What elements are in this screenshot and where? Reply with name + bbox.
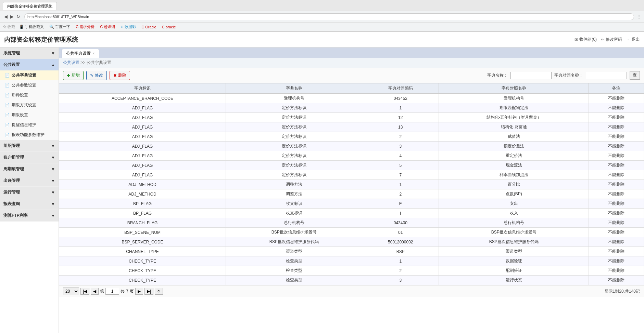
pagination-left: 20 50 100 |◀ ◀ 第 共 7 页 ▶ ▶| ↻: [63, 288, 163, 295]
sidebar-item-term-method[interactable]: 📄 期限方式设置: [0, 100, 59, 110]
table-row[interactable]: CHECK_TYPE检查类型1数据验证不能删除: [59, 256, 644, 266]
cell-id: ADJ_FLAG: [59, 122, 226, 132]
cell-code_name: 结构化-财富通: [439, 122, 589, 132]
bookmark-oracle[interactable]: C oracle: [161, 25, 177, 29]
browser-chrome: 内部资金转移定价管理系统 ◀ ▶ ↻ ⋮ ☆ 收藏 📱 手机收藏夹 🔍 百度一下…: [0, 0, 644, 32]
add-button[interactable]: ✚ 新增: [63, 71, 84, 80]
sidebar-item-report-params[interactable]: 📄 报表功能参数维护: [0, 130, 59, 140]
bookmark-oracle-cap[interactable]: C Oracle: [140, 25, 157, 29]
table-row[interactable]: ADJ_FLAG定价方法标识3锁定价差法不能删除: [59, 142, 644, 151]
inbox-button[interactable]: ✉ 收件箱(0): [574, 37, 597, 42]
sidebar-group-chevron-system: ▼: [51, 51, 55, 56]
bookmark-demand[interactable]: C 需求分析: [74, 24, 96, 30]
inbox-icon: ✉: [574, 37, 578, 42]
bookmark-baidu[interactable]: 🔍 百度一下: [48, 24, 72, 30]
browser-menu-icon[interactable]: ⋮: [637, 14, 641, 19]
cell-code: 1: [362, 180, 439, 189]
sidebar-item-dict[interactable]: 📄 公共字典设置: [0, 70, 59, 80]
tab-dict[interactable]: 公共字典设置 ×: [62, 49, 99, 58]
search-button[interactable]: 查: [630, 71, 640, 80]
address-bar[interactable]: [24, 13, 634, 20]
table-row[interactable]: CHECK_TYPE检查类型3运行状态不能删除: [59, 276, 644, 285]
table-row[interactable]: ADJ_FLAG定价方法标识1期限匹配物定法不能删除: [59, 103, 644, 113]
cell-remark: 不能删除: [589, 170, 644, 180]
table-row[interactable]: CHANNEL_TYPE渠道类型BSP渠道类型不能删除: [59, 247, 644, 256]
nav-reload-button[interactable]: ↻: [15, 13, 22, 20]
term-icon: 📄: [5, 113, 10, 117]
sidebar-group-label-system: 系统管理: [3, 50, 20, 56]
refresh-button[interactable]: ↻: [155, 288, 163, 295]
edit-icon: ✎: [90, 73, 93, 78]
table-row[interactable]: ACCEPTANCE_BRANCH_CODE受理机构号043452受理机构号不能…: [59, 94, 644, 103]
browser-tab[interactable]: 内部资金转移定价管理系统: [3, 2, 57, 10]
nav-forward-button[interactable]: ▶: [9, 13, 15, 20]
cell-id: BRANCH_FLAG: [59, 218, 226, 228]
bookmark-mobile[interactable]: 📱 手机收藏夹: [18, 24, 45, 30]
table-row[interactable]: ADJ_FLAG定价方法标识4重定价法不能删除: [59, 151, 644, 161]
sidebar-item-reminder[interactable]: 📄 提醒信息维护: [0, 120, 59, 130]
data-table: 字典标识 字典名称 字典对照编码 字典对照名称 备注 ACCEPTANCE_BR…: [59, 83, 644, 285]
cell-remark: 不能删除: [589, 132, 644, 142]
table-row[interactable]: BSP_SCENE_NUMBSP批次信息维护场景号01BSP批次信息维护场景号不…: [59, 228, 644, 237]
page-size-select[interactable]: 20 50 100: [63, 288, 79, 295]
sidebar-group-header-billing[interactable]: 出账管理 ▼: [0, 175, 59, 186]
page-label: 第: [100, 289, 104, 294]
sidebar-group-header-public[interactable]: 公共设置 ▲: [0, 59, 59, 70]
change-password-button[interactable]: ✏ 修改密码: [601, 37, 622, 42]
current-page-input[interactable]: [105, 288, 119, 295]
col-header-remark: 备注: [589, 83, 644, 94]
sidebar-group-header-calc[interactable]: 测算FTP利率 ▼: [0, 210, 59, 221]
table-row[interactable]: ADJ_FLAG定价方法标识12结构化-五年挂钩（岁月留金）不能删除: [59, 113, 644, 122]
cell-code_name: 运行状态: [439, 276, 589, 285]
search-name-input[interactable]: [510, 72, 552, 79]
next-page-button[interactable]: ▶: [135, 288, 143, 295]
sidebar-group-header-org[interactable]: 组织管理 ▼: [0, 140, 59, 151]
cell-code_name: 受理机构号: [439, 94, 589, 103]
last-page-button[interactable]: ▶|: [144, 288, 153, 295]
cell-code_name: 数据验证: [439, 256, 589, 266]
table-row[interactable]: BSP_SERVER_CODEBSP批次信息维护服务代码50012000002B…: [59, 237, 644, 247]
sidebar-item-term[interactable]: 📄 期限设置: [0, 110, 59, 120]
sidebar-group-chevron-public: ▲: [51, 63, 55, 67]
delete-button[interactable]: ✖ 删除: [110, 71, 130, 80]
search-code-input[interactable]: [586, 72, 627, 79]
browser-tab-bar: 内部资金转移定价管理系统: [0, 0, 644, 11]
edit-button[interactable]: ✎ 修改: [86, 71, 107, 80]
table-row[interactable]: ADJ_METHOD调整方法1百分比不能删除: [59, 180, 644, 189]
sidebar-item-params[interactable]: 📄 公共参数设置: [0, 80, 59, 90]
table-row[interactable]: ADJ_FLAG定价方法标识5现金流法不能删除: [59, 161, 644, 170]
table-row[interactable]: BP_FLAG收支标识I收入不能删除: [59, 209, 644, 218]
content-toolbar: ✚ 新增 ✎ 修改 ✖ 删除 字典名称： 字典对照名称：: [59, 68, 644, 83]
cell-code_name: 赋值法: [439, 132, 589, 142]
breadcrumb-link-public[interactable]: 公共设置: [63, 60, 79, 65]
bookmark-data[interactable]: ⊕ 数据影: [119, 24, 137, 30]
sidebar-group-header-account[interactable]: 账户册管理 ▼: [0, 152, 59, 163]
logout-button[interactable]: → 退出: [626, 37, 640, 42]
cell-code_name: 总行机构号: [439, 218, 589, 228]
cell-id: ACCEPTANCE_BRANCH_CODE: [59, 94, 226, 103]
cell-name: BSP批次信息维护服务代码: [226, 237, 362, 247]
sidebar-item-params-label: 公共参数设置: [12, 82, 36, 88]
prev-page-button[interactable]: ◀: [91, 288, 99, 295]
cell-remark: 不能删除: [589, 237, 644, 247]
table-row[interactable]: ADJ_METHOD调整方法2点数(BP)不能删除: [59, 189, 644, 199]
table-row[interactable]: BRANCH_FLAG总行机构号043400总行机构号不能删除: [59, 218, 644, 228]
inbox-label: 收件箱(0): [579, 37, 597, 42]
nav-back-button[interactable]: ◀: [3, 13, 9, 20]
app-header: 内部资金转移定价管理系统 ✉ 收件箱(0) ✏ 修改密码 → 退出: [0, 32, 644, 48]
bookmark-detail[interactable]: C 超详细: [99, 24, 116, 30]
tab-close-dict[interactable]: ×: [93, 52, 95, 55]
sidebar-group-header-run[interactable]: 运行管理 ▼: [0, 187, 59, 198]
sidebar-group-label-cycle: 周期项管理: [3, 166, 24, 172]
first-page-button[interactable]: |◀: [80, 288, 89, 295]
cell-remark: 不能删除: [589, 228, 644, 237]
sidebar-group-header-system[interactable]: 系统管理 ▼: [0, 48, 59, 59]
sidebar-group-header-cycle[interactable]: 周期项管理 ▼: [0, 163, 59, 175]
sidebar-group-header-report[interactable]: 报表查询 ▼: [0, 198, 59, 210]
table-row[interactable]: BP_FLAG收支标识E支出不能删除: [59, 199, 644, 209]
sidebar-item-currency[interactable]: 📄 币种设置: [0, 90, 59, 100]
table-row[interactable]: ADJ_FLAG定价方法标识13结构化-财富通不能删除: [59, 122, 644, 132]
table-row[interactable]: ADJ_FLAG定价方法标识7利率曲线加点法不能删除: [59, 170, 644, 180]
table-row[interactable]: ADJ_FLAG定价方法标识2赋值法不能删除: [59, 132, 644, 142]
table-row[interactable]: CHECK_TYPE检查类型2配制验证不能删除: [59, 266, 644, 276]
